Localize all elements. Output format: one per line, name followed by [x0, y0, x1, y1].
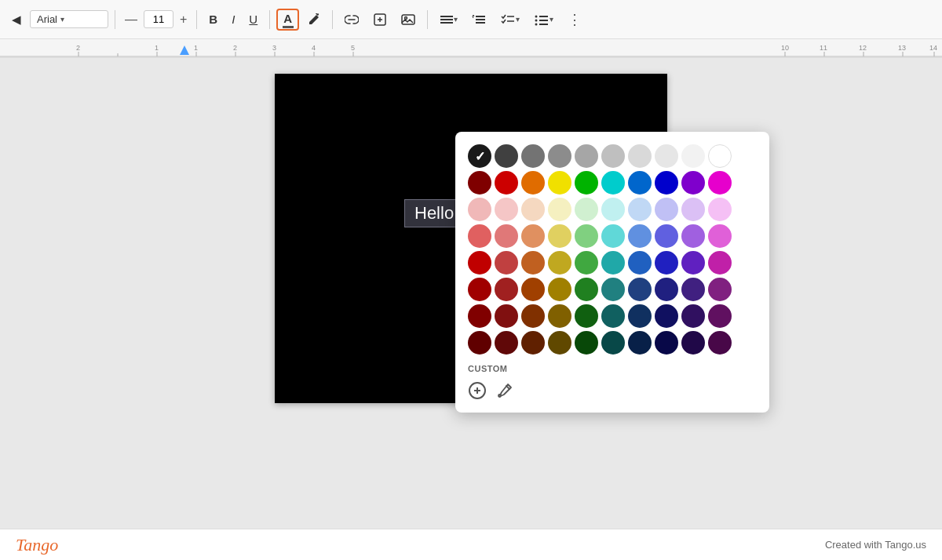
pen-button[interactable]: [302, 10, 326, 29]
color-swatch-1-3[interactable]: [548, 171, 571, 195]
color-swatch-1-9[interactable]: [708, 171, 732, 195]
color-swatch-6-7[interactable]: [655, 304, 678, 328]
color-swatch-2-8[interactable]: [681, 198, 705, 221]
color-swatch-7-5[interactable]: [601, 331, 625, 355]
color-swatch-5-9[interactable]: [708, 278, 732, 301]
color-swatch-4-7[interactable]: [655, 251, 678, 275]
color-swatch-1-7[interactable]: [655, 171, 678, 195]
color-swatch-6-4[interactable]: [575, 304, 598, 328]
color-swatch-7-6[interactable]: [628, 331, 652, 355]
color-swatch-5-6[interactable]: [628, 278, 652, 301]
link-button[interactable]: [339, 11, 364, 28]
color-swatch-7-1[interactable]: [495, 331, 518, 355]
color-swatch-0-2[interactable]: [521, 144, 545, 168]
color-swatch-5-3[interactable]: [548, 278, 571, 301]
color-swatch-6-3[interactable]: [548, 304, 571, 328]
color-swatch-7-8[interactable]: [681, 331, 705, 355]
line-spacing-button[interactable]: [466, 10, 491, 29]
color-swatch-4-0[interactable]: [468, 251, 491, 275]
list-button[interactable]: ▾: [528, 10, 559, 29]
color-swatch-5-0[interactable]: [468, 278, 491, 301]
bold-button[interactable]: B: [203, 9, 223, 29]
color-swatch-0-7[interactable]: [655, 144, 678, 168]
color-swatch-7-4[interactable]: [575, 331, 598, 355]
color-swatch-4-2[interactable]: [521, 251, 545, 275]
font-family-selector[interactable]: Arial ▾: [30, 10, 108, 28]
color-swatch-5-1[interactable]: [495, 278, 518, 301]
color-swatch-6-9[interactable]: [708, 304, 732, 328]
color-swatch-4-5[interactable]: [601, 251, 625, 275]
color-swatch-5-8[interactable]: [681, 278, 705, 301]
color-swatch-1-1[interactable]: [495, 171, 518, 195]
italic-button[interactable]: I: [226, 9, 240, 29]
color-swatch-0-0[interactable]: ✓: [468, 144, 491, 168]
color-swatch-0-9[interactable]: [708, 144, 732, 168]
align-button[interactable]: ▾: [434, 11, 463, 28]
more-options-button[interactable]: ⋮: [562, 8, 587, 31]
font-color-button[interactable]: A: [276, 9, 299, 31]
eyedropper-button[interactable]: [496, 382, 513, 399]
color-swatch-0-1[interactable]: [495, 144, 518, 168]
color-swatch-3-8[interactable]: [681, 224, 705, 248]
color-swatch-3-9[interactable]: [708, 224, 732, 248]
color-swatch-6-2[interactable]: [521, 304, 545, 328]
color-swatch-4-6[interactable]: [628, 251, 652, 275]
color-swatch-2-5[interactable]: [601, 198, 625, 221]
color-swatch-2-9[interactable]: [708, 198, 732, 221]
color-swatch-1-6[interactable]: [628, 171, 652, 195]
color-swatch-3-6[interactable]: [628, 224, 652, 248]
color-swatch-2-0[interactable]: [468, 198, 491, 221]
color-swatch-4-4[interactable]: [575, 251, 598, 275]
color-swatch-3-0[interactable]: [468, 224, 491, 248]
font-size-increase-button[interactable]: +: [177, 11, 190, 28]
color-swatch-1-4[interactable]: [575, 171, 598, 195]
color-swatch-0-5[interactable]: [601, 144, 625, 168]
color-swatch-3-7[interactable]: [655, 224, 678, 248]
add-custom-color-button[interactable]: [468, 381, 487, 400]
color-swatch-1-2[interactable]: [521, 171, 545, 195]
color-swatch-7-9[interactable]: [708, 331, 732, 355]
color-swatch-5-2[interactable]: [521, 278, 545, 301]
color-swatch-5-7[interactable]: [655, 278, 678, 301]
insert-button[interactable]: [367, 9, 392, 30]
color-swatch-3-3[interactable]: [548, 224, 571, 248]
color-swatch-0-6[interactable]: [628, 144, 652, 168]
color-swatch-4-1[interactable]: [495, 251, 518, 275]
color-swatch-6-8[interactable]: [681, 304, 705, 328]
color-swatch-7-2[interactable]: [521, 331, 545, 355]
color-swatch-3-4[interactable]: [575, 224, 598, 248]
color-swatch-2-1[interactable]: [495, 198, 518, 221]
underline-button[interactable]: U: [243, 9, 263, 29]
color-swatch-6-6[interactable]: [628, 304, 652, 328]
color-swatch-7-0[interactable]: [468, 331, 491, 355]
color-swatch-6-0[interactable]: [468, 304, 491, 328]
color-swatch-1-5[interactable]: [601, 171, 625, 195]
color-swatch-2-7[interactable]: [655, 198, 678, 221]
color-swatch-0-3[interactable]: [548, 144, 571, 168]
color-swatch-0-8[interactable]: [681, 144, 705, 168]
color-swatch-3-2[interactable]: [521, 224, 545, 248]
font-size-input[interactable]: [144, 10, 173, 28]
color-swatch-5-5[interactable]: [601, 278, 625, 301]
color-swatch-0-4[interactable]: [575, 144, 598, 168]
color-swatch-5-4[interactable]: [575, 278, 598, 301]
color-swatch-7-3[interactable]: [548, 331, 571, 355]
color-swatch-3-1[interactable]: [495, 224, 518, 248]
toolbar-back-button[interactable]: ◀: [6, 9, 27, 30]
color-swatch-6-5[interactable]: [601, 304, 625, 328]
color-swatch-4-9[interactable]: [708, 251, 732, 275]
color-swatch-2-4[interactable]: [575, 198, 598, 221]
color-swatch-6-1[interactable]: [495, 304, 518, 328]
color-swatch-7-7[interactable]: [655, 331, 678, 355]
checklist-button[interactable]: ▾: [495, 10, 525, 29]
color-swatch-2-6[interactable]: [628, 198, 652, 221]
font-size-decrease-button[interactable]: —: [122, 11, 141, 28]
color-swatch-1-0[interactable]: [468, 171, 491, 195]
image-button[interactable]: [396, 10, 421, 29]
color-swatch-2-2[interactable]: [521, 198, 545, 221]
color-swatch-4-3[interactable]: [548, 251, 571, 275]
color-swatch-2-3[interactable]: [548, 198, 571, 221]
color-swatch-1-8[interactable]: [681, 171, 705, 195]
color-swatch-4-8[interactable]: [681, 251, 705, 275]
color-swatch-3-5[interactable]: [601, 224, 625, 248]
